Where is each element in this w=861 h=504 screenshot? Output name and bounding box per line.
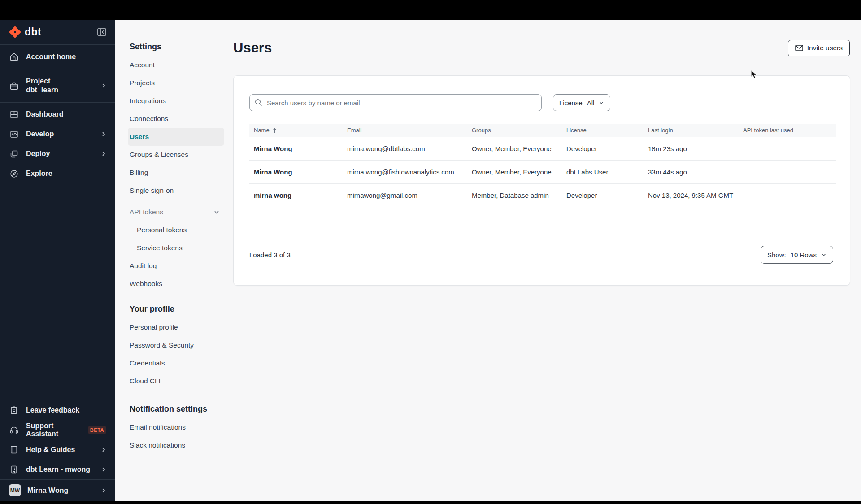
- building-icon: [9, 465, 19, 474]
- nav-label: API tokens: [130, 208, 163, 216]
- sidebar-item-help-guides[interactable]: Help & Guides: [0, 440, 115, 460]
- settings-nav-audit-log[interactable]: Audit log: [128, 257, 224, 275]
- notification-nav-title: Notification settings: [128, 404, 224, 414]
- nav-label: Personal profile: [130, 323, 178, 331]
- main-area: Settings Account Projects Integrations C…: [115, 20, 861, 501]
- sidebar-item-dashboard[interactable]: Dashboard: [0, 104, 115, 124]
- column-header-license[interactable]: License: [566, 127, 648, 134]
- cell-last-login: 33m 44s ago: [648, 168, 743, 176]
- project-label: Project: [26, 77, 58, 86]
- column-header-last-login[interactable]: Last login: [648, 127, 743, 134]
- cell-license: Developer: [566, 145, 648, 152]
- primary-sidebar: dbt Account home Proj: [0, 20, 115, 501]
- project-name: dbt_learn: [26, 86, 58, 95]
- settings-nav-api-tokens[interactable]: API tokens: [128, 203, 224, 221]
- search-icon: [255, 99, 262, 106]
- profile-nav-title: Your profile: [128, 304, 224, 314]
- cell-name: Mirna Wong: [249, 168, 347, 176]
- sidebar-item-develop[interactable]: Develop: [0, 124, 115, 144]
- sidebar-item-label: Develop: [26, 130, 54, 138]
- nav-label: Account: [130, 61, 155, 69]
- settings-nav-account[interactable]: Account: [128, 56, 224, 74]
- clipboard-icon: [9, 406, 19, 415]
- settings-nav-slack-notifications[interactable]: Slack notifications: [128, 436, 224, 454]
- nav-label: Password & Security: [130, 341, 194, 349]
- search-users-box: [249, 94, 542, 111]
- settings-nav-webhooks[interactable]: Webhooks: [128, 275, 224, 293]
- sidebar-item-project[interactable]: Project dbt_learn: [0, 69, 115, 102]
- nav-label: Single sign-on: [130, 187, 174, 195]
- cell-groups: Member, Database admin: [472, 191, 566, 199]
- sidebar-item-support-assistant[interactable]: Support Assistant BETA: [0, 420, 115, 440]
- table-header-row: Name Email Groups License Last login API…: [249, 124, 836, 137]
- nav-label: Projects: [130, 79, 155, 87]
- code-window-icon: [9, 130, 19, 139]
- settings-nav-single-sign-on[interactable]: Single sign-on: [128, 182, 224, 200]
- cell-license: Developer: [566, 191, 648, 199]
- nav-label: Service tokens: [137, 244, 183, 252]
- sidebar-item-account-home[interactable]: Account home: [0, 45, 115, 69]
- cell-last-login: Nov 13, 2024, 9:35 AM GMT: [648, 191, 743, 199]
- settings-nav-password-security[interactable]: Password & Security: [128, 336, 224, 354]
- nav-label: Email notifications: [130, 423, 186, 431]
- settings-nav-personal-tokens[interactable]: Personal tokens: [128, 221, 224, 239]
- beta-badge: BETA: [88, 426, 106, 434]
- table-row[interactable]: Mirna Wong mirna.wong@fishtownanalytics.…: [249, 161, 836, 184]
- nav-label: Integrations: [130, 97, 166, 105]
- settings-nav-cloud-cli[interactable]: Cloud CLI: [128, 372, 224, 390]
- bottom-black-bar: [0, 501, 861, 504]
- cell-email: mirna.wong@dbtlabs.com: [347, 145, 472, 152]
- nav-label: Webhooks: [130, 280, 162, 288]
- settings-nav-billing[interactable]: Billing: [128, 164, 224, 182]
- loaded-status: Loaded 3 of 3: [249, 251, 291, 259]
- collapse-sidebar-icon[interactable]: [97, 28, 106, 36]
- nav-label: Slack notifications: [130, 441, 185, 449]
- settings-nav-projects[interactable]: Projects: [128, 74, 224, 92]
- license-filter-value: All: [587, 99, 595, 107]
- column-header-email[interactable]: Email: [347, 127, 472, 134]
- column-header-groups[interactable]: Groups: [472, 127, 566, 134]
- settings-nav-service-tokens[interactable]: Service tokens: [128, 239, 224, 257]
- sidebar-item-deploy[interactable]: Deploy: [0, 144, 115, 164]
- chevron-right-icon: [101, 151, 106, 156]
- chevron-right-icon: [101, 447, 106, 452]
- search-users-input[interactable]: [249, 94, 542, 111]
- table-row[interactable]: Mirna Wong mirna.wong@dbtlabs.com Owner,…: [249, 137, 836, 161]
- cell-email: mirna.wong@fishtownanalytics.com: [347, 168, 472, 176]
- cell-license: dbt Labs User: [566, 168, 648, 176]
- invite-users-button[interactable]: Invite users: [788, 40, 850, 56]
- chevron-down-icon: [821, 252, 826, 257]
- show-rows-dropdown[interactable]: Show: 10 Rows: [761, 246, 833, 264]
- table-row[interactable]: mirna wong mirnawong@gmail.com Member, D…: [249, 184, 836, 207]
- sort-asc-icon: [273, 128, 277, 133]
- settings-nav-integrations[interactable]: Integrations: [128, 92, 224, 110]
- sidebar-item-leave-feedback[interactable]: Leave feedback: [0, 400, 115, 420]
- cell-groups: Owner, Member, Everyone: [472, 168, 566, 176]
- settings-nav-users[interactable]: Users: [128, 128, 224, 146]
- users-card: License All Name: [233, 75, 850, 286]
- license-filter-dropdown[interactable]: License All: [553, 94, 610, 111]
- user-menu[interactable]: MW Mirna Wong: [0, 480, 115, 501]
- nav-label: Cloud CLI: [130, 377, 161, 385]
- settings-nav-connections[interactable]: Connections: [128, 110, 224, 128]
- column-label: API token last used: [743, 127, 793, 134]
- sidebar-item-explore[interactable]: Explore: [0, 164, 115, 183]
- cell-groups: Owner, Member, Everyone: [472, 145, 566, 152]
- settings-nav-groups-licenses[interactable]: Groups & Licenses: [128, 146, 224, 164]
- column-header-api-token[interactable]: API token last used: [743, 127, 836, 134]
- settings-nav-email-notifications[interactable]: Email notifications: [128, 418, 224, 436]
- chevron-down-icon: [213, 209, 220, 215]
- column-label: License: [566, 127, 587, 134]
- sidebar-item-label: Deploy: [26, 150, 50, 158]
- settings-nav-credentials[interactable]: Credentials: [128, 354, 224, 372]
- cell-name: Mirna Wong: [249, 145, 347, 152]
- column-header-name[interactable]: Name: [249, 127, 347, 134]
- settings-nav-title: Settings: [128, 42, 224, 52]
- nav-label: Credentials: [130, 359, 165, 367]
- invite-users-label: Invite users: [807, 44, 843, 52]
- settings-nav-personal-profile[interactable]: Personal profile: [128, 318, 224, 336]
- nav-label: Connections: [130, 115, 168, 123]
- envelope-icon: [795, 45, 803, 51]
- nav-label: Audit log: [130, 262, 157, 270]
- sidebar-item-dbt-learn[interactable]: dbt Learn - mwong: [0, 460, 115, 479]
